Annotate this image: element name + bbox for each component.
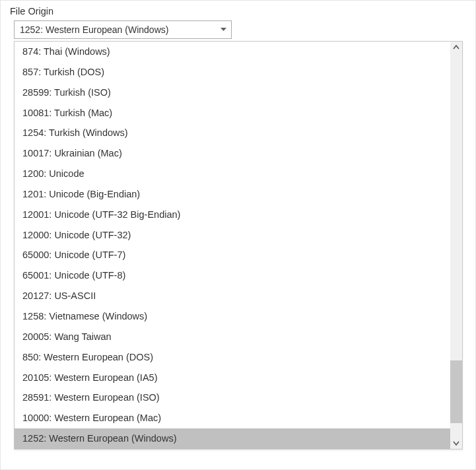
dropdown-option[interactable]: 1252: Western European (Windows) <box>15 428 450 449</box>
scroll-down-button[interactable] <box>450 437 462 449</box>
dropdown-option[interactable]: 12000: Unicode (UTF-32) <box>15 225 450 246</box>
dropdown-option[interactable]: 20105: Western European (IA5) <box>15 368 450 388</box>
dropdown-option[interactable]: 1258: Vietnamese (Windows) <box>15 306 450 327</box>
file-origin-selected-text: 1252: Western European (Windows) <box>20 24 168 35</box>
dropdown-option[interactable]: 65001: Unicode (UTF-8) <box>15 265 450 286</box>
file-origin-dropdown: 874: Thai (Windows)857: Turkish (DOS)285… <box>14 41 463 450</box>
dropdown-option[interactable]: 12001: Unicode (UTF-32 Big-Endian) <box>15 205 450 225</box>
dropdown-option[interactable]: 28591: Western European (ISO) <box>15 387 450 408</box>
file-origin-label: File Origin <box>10 5 466 17</box>
scrollbar-thumb[interactable] <box>450 360 462 423</box>
scroll-up-button[interactable] <box>450 42 462 53</box>
file-origin-panel: File Origin 1252: Western European (Wind… <box>0 0 476 470</box>
dropdown-option[interactable]: 10017: Ukrainian (Mac) <box>15 143 450 164</box>
dropdown-option[interactable]: 20005: Wang Taiwan <box>15 327 450 347</box>
dropdown-option[interactable]: 10000: Western European (Mac) <box>15 408 450 428</box>
file-origin-combobox[interactable]: 1252: Western European (Windows) <box>14 20 232 39</box>
dropdown-list: 874: Thai (Windows)857: Turkish (DOS)285… <box>15 42 450 449</box>
scrollbar-track[interactable] <box>450 53 462 437</box>
dropdown-option[interactable]: 1254: Turkish (Windows) <box>15 123 450 143</box>
dropdown-caret-icon <box>218 24 228 35</box>
dropdown-option[interactable]: 857: Turkish (DOS) <box>15 62 450 83</box>
dropdown-option[interactable]: 28599: Turkish (ISO) <box>15 83 450 103</box>
scrollbar[interactable] <box>450 42 462 449</box>
dropdown-option[interactable]: 10081: Turkish (Mac) <box>15 103 450 123</box>
dropdown-option[interactable]: 20127: US-ASCII <box>15 286 450 306</box>
dropdown-option[interactable]: 1201: Unicode (Big-Endian) <box>15 184 450 205</box>
dropdown-option[interactable]: 65000: Unicode (UTF-7) <box>15 245 450 265</box>
dropdown-option[interactable]: 874: Thai (Windows) <box>15 42 450 62</box>
dropdown-option[interactable]: 1200: Unicode <box>15 164 450 184</box>
dropdown-option[interactable]: 850: Western European (DOS) <box>15 347 450 368</box>
